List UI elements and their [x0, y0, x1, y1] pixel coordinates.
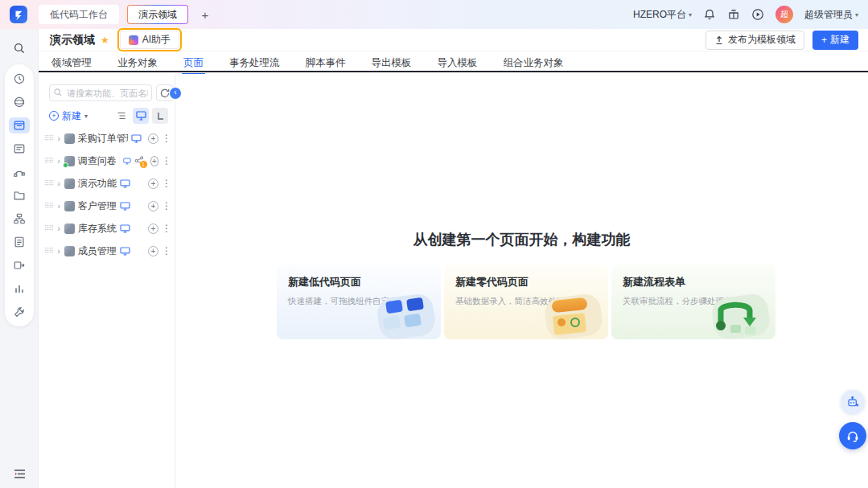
- tree-item-label: 演示功能: [78, 177, 117, 191]
- add-page-icon[interactable]: +: [148, 133, 158, 144]
- header-actions: 发布为模板领域 + 新建: [706, 31, 858, 50]
- tree-row-member-management[interactable]: ⠿⠿ › 成员管理 + ⋮: [39, 240, 175, 262]
- search-icon: [53, 88, 63, 97]
- tab-composite-business-objects[interactable]: 组合业务对象: [502, 54, 566, 73]
- ai-assistant-button[interactable]: AI助手: [120, 31, 179, 49]
- rail-icon-model[interactable]: [9, 94, 30, 110]
- create-page-cards: 新建低代码页面 快速搭建，可拖拽组件自定义布局 新建零代码页面 基础数据录入，简…: [277, 265, 775, 339]
- more-actions-icon[interactable]: ⋮: [162, 178, 170, 189]
- publish-template-button[interactable]: 发布为模板领域: [706, 31, 804, 50]
- workspace-tab-home[interactable]: 低代码工作台: [39, 5, 119, 24]
- rail-icon-pages[interactable]: [9, 117, 30, 133]
- app-logo[interactable]: [10, 6, 27, 23]
- tab-script-events[interactable]: 脚本事件: [304, 54, 348, 73]
- tree-row-customer-management[interactable]: ⠿⠿ › 客户管理 + ⋮: [39, 195, 175, 217]
- chevron-right-icon[interactable]: ›: [57, 223, 60, 233]
- tree-new-button[interactable]: + 新建 ▾: [49, 109, 88, 123]
- panel-collapse-toggle[interactable]: ‹: [170, 88, 181, 99]
- tree-row-demo-functions[interactable]: ⠿⠿ › 演示功能 + ⋮: [39, 172, 175, 195]
- tab-export-template[interactable]: 导出模板: [370, 54, 413, 73]
- rail-search-icon[interactable]: [11, 40, 27, 56]
- tab-import-template[interactable]: 导入模板: [436, 54, 479, 73]
- desktop-page-icon: [120, 247, 130, 256]
- chevron-right-icon[interactable]: ›: [57, 201, 60, 211]
- tree-row-purchase-orders[interactable]: ⠿⠿ › 采购订单管理 + ⋮: [39, 127, 175, 150]
- rail-icon-tools[interactable]: [9, 304, 30, 320]
- more-actions-icon[interactable]: ⋮: [162, 200, 170, 211]
- module-cube-icon: [64, 133, 75, 144]
- more-actions-icon[interactable]: ⋮: [162, 245, 170, 256]
- empty-state-title: 从创建第一个页面开始，构建功能: [175, 230, 868, 249]
- tree-row-survey-pc[interactable]: ⠿⠿ › 调查问卷 PC 1 + ⋮: [39, 150, 175, 172]
- add-page-icon[interactable]: +: [148, 201, 158, 211]
- chevron-down-icon: ▾: [855, 11, 858, 18]
- chevron-right-icon[interactable]: ›: [57, 246, 60, 256]
- more-actions-icon[interactable]: ⋮: [162, 223, 170, 234]
- drag-handle-icon[interactable]: ⠿⠿: [44, 224, 53, 232]
- tab-transaction-flow[interactable]: 事务处理流: [228, 54, 282, 73]
- chevron-right-icon[interactable]: ›: [57, 178, 60, 188]
- add-page-icon[interactable]: +: [148, 246, 158, 256]
- add-page-icon[interactable]: +: [150, 156, 158, 166]
- top-bar: 低代码工作台 演示领域 + HZERO平台 ▾ 超 超级管理员: [0, 0, 868, 29]
- rail-icon-flow[interactable]: [9, 164, 30, 180]
- user-avatar[interactable]: 超: [775, 6, 793, 23]
- user-menu[interactable]: 超级管理员 ▾: [804, 8, 858, 22]
- workspace-tab-demo-domain[interactable]: 演示领域: [127, 5, 188, 24]
- chevron-right-icon[interactable]: ›: [57, 156, 60, 166]
- add-page-icon[interactable]: +: [148, 223, 158, 234]
- gift-icon[interactable]: [727, 8, 740, 21]
- module-tab-bar: 领域管理 业务对象 页面 事务处理流 脚本事件 导出模板 导入模板 组合业务对象: [39, 51, 868, 72]
- play-circle-icon[interactable]: [751, 8, 764, 21]
- tree-item-label: 成员管理: [78, 244, 117, 258]
- ai-page-helper-fab[interactable]: [841, 390, 865, 414]
- rail-icon-forms[interactable]: [9, 141, 30, 157]
- more-actions-icon[interactable]: ⋮: [162, 155, 170, 166]
- drag-handle-icon[interactable]: ⠿⠿: [44, 134, 53, 142]
- rail-icon-export[interactable]: [9, 257, 30, 273]
- share-count-badge: 1: [140, 161, 147, 168]
- rail-icon-workflow[interactable]: [9, 211, 30, 227]
- card-new-lowcode-page[interactable]: 新建低代码页面 快速搭建，可拖拽组件自定义布局: [277, 265, 441, 339]
- rail-icon-chart[interactable]: [9, 281, 30, 297]
- rail-icon-folder[interactable]: [9, 187, 30, 203]
- desktop-page-icon: [120, 202, 130, 211]
- drag-handle-icon[interactable]: ⠿⠿: [44, 179, 53, 187]
- add-page-icon[interactable]: +: [148, 178, 158, 189]
- favorite-star-icon[interactable]: ★: [101, 35, 109, 46]
- more-actions-icon[interactable]: ⋮: [162, 133, 170, 144]
- tab-pages[interactable]: 页面: [182, 54, 205, 75]
- desktop-page-icon: [120, 179, 130, 188]
- rail-icon-history[interactable]: [9, 71, 30, 87]
- empty-state-area: 从创建第一个页面开始，构建功能 新建低代码页面 快速搭建，可拖拽组件自定义布局 …: [175, 74, 868, 488]
- robot-add-icon: [846, 396, 860, 409]
- search-box: [49, 84, 152, 101]
- tree-item-label: 调查问卷 PC: [78, 154, 120, 168]
- card-new-process-form[interactable]: 新建流程表单 关联审批流程，分步骤处理业务: [611, 265, 775, 339]
- search-input[interactable]: [49, 84, 152, 101]
- tree-levels-button[interactable]: [113, 108, 130, 124]
- rail-collapse-menu-icon[interactable]: [12, 467, 27, 480]
- app-logo-icon: [13, 9, 24, 20]
- panel-search-row: [49, 84, 173, 101]
- status-dot-green: [63, 162, 68, 168]
- rail-icon-document[interactable]: [9, 234, 30, 250]
- notification-bell-icon[interactable]: [703, 8, 716, 21]
- drag-handle-icon[interactable]: ⠿⠿: [44, 157, 53, 165]
- new-button[interactable]: + 新建: [812, 31, 858, 50]
- topbar-right-cluster: HZERO平台 ▾ 超 超级管理员 ▾: [633, 6, 858, 23]
- tab-domain-management[interactable]: 领域管理: [50, 54, 93, 73]
- drag-handle-icon[interactable]: ⠿⠿: [44, 247, 53, 255]
- drag-handle-icon[interactable]: ⠿⠿: [44, 202, 53, 210]
- customer-service-fab[interactable]: [839, 422, 866, 449]
- new-workspace-tab-button[interactable]: +: [196, 6, 214, 23]
- desktop-view-button[interactable]: [133, 108, 149, 124]
- layout-view-button[interactable]: [152, 108, 168, 124]
- platform-switcher[interactable]: HZERO平台 ▾: [633, 8, 692, 22]
- chevron-right-icon[interactable]: ›: [57, 133, 60, 143]
- tab-business-objects[interactable]: 业务对象: [116, 54, 159, 73]
- share-icon[interactable]: 1: [134, 156, 144, 166]
- user-name-label: 超级管理员: [804, 8, 853, 22]
- tree-row-inventory-system[interactable]: ⠿⠿ › 库存系统 + ⋮: [39, 217, 175, 240]
- card-new-zerocode-page[interactable]: 新建零代码页面 基础数据录入，简洁高效处理信息: [444, 265, 608, 339]
